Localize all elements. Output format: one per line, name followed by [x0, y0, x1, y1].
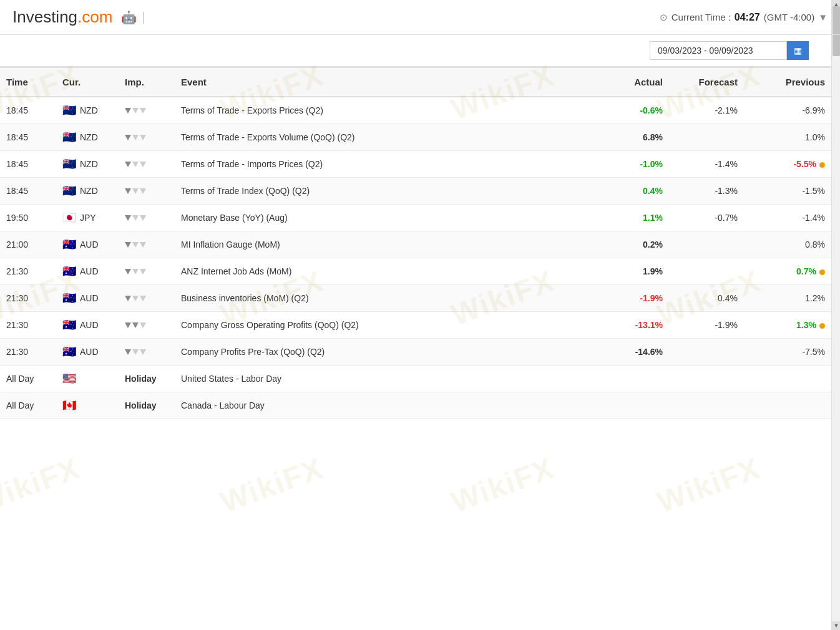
android-icon[interactable]: 🤖 [121, 10, 137, 25]
cell-forecast [669, 339, 744, 366]
table-row: 18:45🇳🇿NZDTerms of Trade Index (QoQ) (Q2… [0, 178, 831, 205]
clock-icon: ⊙ [660, 12, 668, 23]
date-range-input[interactable] [650, 41, 787, 60]
importance-triangle [140, 135, 146, 140]
cell-importance [119, 151, 175, 178]
actual-value: -13.1% [635, 320, 663, 330]
actual-value: 1.9% [643, 266, 663, 276]
revision-dot [819, 162, 825, 168]
cell-event: Business inventories (MoM) (Q2) [175, 285, 600, 312]
cell-actual [600, 366, 669, 392]
flag-icon: 🇳🇿 [62, 185, 76, 196]
cell-previous: -1.5% [744, 178, 831, 205]
previous-value: -1.4% [802, 213, 825, 223]
date-picker-row: ▦ [0, 35, 840, 67]
importance-triangle [125, 188, 131, 194]
cell-event: United States - Labor Day [175, 366, 600, 392]
flag-icon: 🇦🇺 [62, 346, 76, 357]
currency-code: AUD [80, 320, 99, 330]
cell-actual: 1.1% [600, 205, 669, 231]
cell-time: 19:50 [0, 205, 56, 231]
cell-forecast: -1.4% [669, 151, 744, 178]
col-previous: Previous [744, 67, 831, 97]
cell-forecast [669, 231, 744, 258]
cell-actual: -1.0% [600, 151, 669, 178]
calendar-button[interactable]: ▦ [787, 41, 809, 60]
col-forecast: Forecast [669, 67, 744, 97]
importance-triangle [125, 269, 131, 274]
previous-value: -6.9% [802, 105, 825, 115]
importance-triangle [140, 242, 146, 248]
table-row: All Day🇺🇸HolidayUnited States - Labor Da… [0, 366, 831, 392]
cell-time: 18:45 [0, 97, 56, 124]
importance-triangle [125, 242, 131, 248]
cell-previous: -7.5% [744, 339, 831, 366]
cell-actual: 0.4% [600, 178, 669, 205]
previous-value: -7.5% [802, 347, 825, 357]
importance-triangle [125, 135, 131, 140]
cell-forecast [669, 392, 744, 419]
flag-icon: 🇳🇿 [62, 158, 76, 170]
table-row: 21:00🇦🇺AUDMI Inflation Gauge (MoM)0.2%0.… [0, 231, 831, 258]
actual-value: 0.2% [643, 240, 663, 250]
cell-actual: -0.6% [600, 97, 669, 124]
cell-actual: 6.8% [600, 124, 669, 151]
currency-code: JPY [80, 213, 96, 223]
cell-actual: 0.2% [600, 231, 669, 258]
scrollbar-down-button[interactable]: ▼ [832, 621, 840, 630]
previous-value: 0.8% [805, 240, 825, 250]
cell-importance [119, 97, 175, 124]
cell-time: All Day [0, 366, 56, 392]
header: Investing.com 🤖 | ⊙ Current Time : 04:27… [0, 0, 840, 35]
col-currency: Cur. [56, 67, 119, 97]
col-actual: Actual [600, 67, 669, 97]
cell-event: Terms of Trade Index (QoQ) (Q2) [175, 178, 600, 205]
col-event: Event [175, 67, 600, 97]
cell-previous: 1.3% [744, 312, 831, 339]
cell-forecast [669, 366, 744, 392]
cell-event: Monetary Base (YoY) (Aug) [175, 205, 600, 231]
actual-value: 1.1% [643, 213, 663, 223]
importance-triangle [132, 108, 139, 114]
flag-icon: 🇳🇿 [62, 105, 76, 116]
current-time-label: Current Time : [672, 12, 731, 22]
actual-value: -14.6% [635, 347, 663, 357]
currency-code: AUD [80, 347, 99, 357]
cell-event: Company Gross Operating Profits (QoQ) (Q… [175, 312, 600, 339]
previous-value: 1.3% [796, 320, 816, 330]
flag-icon: 🇦🇺 [62, 266, 76, 277]
cell-currency: 🇦🇺AUD [56, 231, 119, 258]
holiday-label: Holiday [125, 374, 157, 384]
cell-previous: -1.4% [744, 205, 831, 231]
cell-actual: -13.1% [600, 312, 669, 339]
previous-value: -5.5% [793, 159, 816, 169]
table-row: 19:50🇯🇵JPYMonetary Base (YoY) (Aug)1.1%-… [0, 205, 831, 231]
actual-value: 0.4% [643, 186, 663, 196]
cell-event: MI Inflation Gauge (MoM) [175, 231, 600, 258]
cell-forecast: -1.3% [669, 178, 744, 205]
cell-currency: 🇦🇺AUD [56, 339, 119, 366]
flag-icon: 🇳🇿 [62, 132, 76, 143]
importance-triangle [140, 108, 146, 114]
current-time-section: ⊙ Current Time : 04:27 (GMT -4:00) ▼ [660, 12, 828, 23]
cell-currency: 🇳🇿NZD [56, 97, 119, 124]
cell-importance [119, 205, 175, 231]
importance-triangle [140, 322, 146, 328]
table-header: Time Cur. Imp. Event Actual Forecast Pre… [0, 67, 831, 97]
flag-icon: 🇦🇺 [62, 293, 76, 304]
cell-importance [119, 124, 175, 151]
cell-importance [119, 285, 175, 312]
cell-event: ANZ Internet Job Ads (MoM) [175, 258, 600, 285]
cell-previous: -6.9% [744, 97, 831, 124]
cell-time: 18:45 [0, 151, 56, 178]
cell-importance: Holiday [119, 366, 175, 392]
flag-icon: 🇯🇵 [62, 212, 76, 223]
importance-triangle [125, 162, 131, 167]
cell-currency: 🇳🇿NZD [56, 124, 119, 151]
divider: | [142, 10, 145, 24]
importance-triangle [140, 162, 146, 167]
cell-currency: 🇦🇺AUD [56, 258, 119, 285]
importance-triangle [132, 188, 139, 194]
timezone-dropdown-arrow[interactable]: ▼ [818, 12, 828, 22]
flag-icon: 🇦🇺 [62, 239, 76, 250]
